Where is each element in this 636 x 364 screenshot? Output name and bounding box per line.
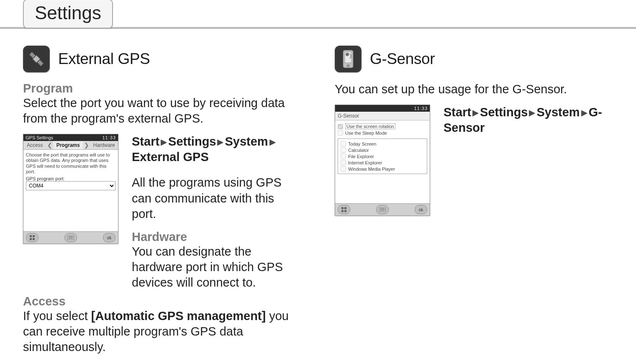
hardware-description: You can designate the hardware port in w… xyxy=(132,244,301,290)
svg-rect-11 xyxy=(67,236,74,240)
checkbox-app xyxy=(341,141,346,146)
triangle-right-icon: ▶ xyxy=(528,108,536,118)
check-row: Windows Media Player xyxy=(341,166,424,172)
device-titlebar: 11:33 xyxy=(335,105,430,112)
page-tab-label: Settings xyxy=(35,3,101,23)
content-columns: External GPS Program Select the port you… xyxy=(23,46,613,355)
check-row: Use the screen rotation xyxy=(338,123,427,130)
check-row: Today Screen xyxy=(341,141,424,147)
svg-rect-1 xyxy=(30,52,35,58)
path-seg: Settings xyxy=(480,105,528,119)
checkbox-sleep-mode xyxy=(338,130,343,136)
gps-right-text: Start▶Settings▶System▶External GPS All t… xyxy=(132,134,301,290)
svg-rect-22 xyxy=(379,208,386,212)
svg-point-16 xyxy=(347,64,349,67)
chevron-right-icon: ❯ xyxy=(83,142,90,149)
path-seg: System xyxy=(536,105,580,119)
svg-point-17 xyxy=(346,53,349,56)
triangle-right-icon: ▶ xyxy=(268,137,277,148)
svg-rect-20 xyxy=(341,210,344,212)
path-seg: Settings xyxy=(168,135,216,148)
checkbox-app xyxy=(341,154,346,159)
section-header-g-sensor: G-Sensor xyxy=(335,46,613,72)
check-label: File Explorer xyxy=(348,154,374,159)
device-screenshot-gps: GPS Settings 11:33 Access ❮ Programs ❯ H… xyxy=(23,134,118,244)
check-row: File Explorer xyxy=(341,153,424,159)
program-description: Select the port you want to use by recei… xyxy=(23,95,301,126)
device-field-label: GPS program port: xyxy=(26,176,115,181)
triangle-right-icon: ▶ xyxy=(580,108,589,118)
triangle-right-icon: ▶ xyxy=(216,137,225,148)
path-seg: Start xyxy=(444,105,471,119)
device-screen-title: G-Sensor xyxy=(335,112,430,120)
checkbox-screen-rotation xyxy=(338,124,343,129)
subheading-program: Program xyxy=(23,82,301,95)
page-tab: Settings xyxy=(23,0,113,28)
left-column: External GPS Program Select the port you… xyxy=(23,46,301,355)
app-groupbox: Today Screen Calculator File Explorer In… xyxy=(338,138,427,174)
nav-path-g-sensor: Start▶Settings▶System▶G-Sensor xyxy=(444,105,613,136)
access-description: If you select [Automatic GPS management]… xyxy=(23,308,301,355)
checkbox-app xyxy=(341,160,346,165)
device-tabs: Access ❮ Programs ❯ Hardware xyxy=(23,141,118,150)
device-tab-programs: Programs xyxy=(53,141,83,149)
chevron-left-icon: ❮ xyxy=(46,142,53,149)
check-row: Calculator xyxy=(341,147,424,153)
svg-rect-7 xyxy=(30,235,32,237)
keyboard-icon xyxy=(376,205,389,214)
gsensor-intro: You can set up the usage for the G-Senso… xyxy=(335,82,613,97)
checkbox-app xyxy=(341,166,346,172)
start-icon xyxy=(338,205,350,214)
subheading-access: Access xyxy=(23,295,301,308)
check-label: Calculator xyxy=(348,148,369,153)
svg-rect-9 xyxy=(30,238,32,240)
right-column: G-Sensor You can set up the usage for th… xyxy=(335,46,613,355)
satellite-icon xyxy=(23,46,50,72)
path-seg: System xyxy=(225,135,268,148)
check-label: Today Screen xyxy=(348,141,376,146)
media-row-gsensor: 11:33 G-Sensor Use the screen rotation U… xyxy=(335,105,613,216)
check-label: Windows Media Player xyxy=(348,167,395,172)
check-row: Internet Explorer xyxy=(341,159,424,166)
svg-rect-8 xyxy=(33,235,35,237)
access-bold: [Automatic GPS management] xyxy=(91,309,266,323)
triangle-right-icon: ▶ xyxy=(159,137,168,148)
media-row-gps: GPS Settings 11:33 Access ❮ Programs ❯ H… xyxy=(23,134,301,290)
device-tab-hardware: Hardware xyxy=(90,141,118,149)
g-sensor-icon xyxy=(335,46,362,72)
device-status-clock: 11:33 xyxy=(102,135,116,140)
svg-rect-19 xyxy=(344,207,346,209)
device-softbar: ok xyxy=(335,203,430,215)
triangle-right-icon: ▶ xyxy=(471,108,480,118)
keyboard-icon xyxy=(64,233,77,242)
check-row: Use the Sleep Mode xyxy=(338,130,427,136)
check-label: Use the screen rotation xyxy=(345,123,395,129)
device-paragraph: Choose the port that programs will use t… xyxy=(26,152,115,174)
device-body: Use the screen rotation Use the Sleep Mo… xyxy=(335,120,430,203)
device-title: GPS Settings xyxy=(26,135,53,140)
svg-rect-2 xyxy=(38,60,43,66)
device-status-clock: 11:33 xyxy=(414,106,428,111)
check-label: Internet Explorer xyxy=(348,160,382,165)
manual-page: Settings xyxy=(0,0,636,364)
ok-button: ok xyxy=(103,233,115,242)
section-title: G-Sensor xyxy=(370,50,435,68)
svg-rect-21 xyxy=(344,210,346,212)
subheading-hardware: Hardware xyxy=(132,230,301,244)
nav-path-external-gps: Start▶Settings▶System▶External GPS xyxy=(132,134,301,165)
svg-rect-18 xyxy=(341,207,344,209)
checkbox-app xyxy=(341,147,346,153)
path-seg: Start xyxy=(132,135,159,148)
device-tab-access: Access xyxy=(23,141,46,149)
device-body: Choose the port that programs will use t… xyxy=(23,150,118,231)
device-titlebar: GPS Settings 11:33 xyxy=(23,134,118,141)
section-header-external-gps: External GPS xyxy=(23,46,301,72)
device-softbar: ok xyxy=(23,231,118,244)
access-lead: If you select xyxy=(23,309,91,323)
device-port-select: COM4 xyxy=(26,181,115,190)
path-seg: External GPS xyxy=(132,150,209,164)
section-title: External GPS xyxy=(58,50,150,68)
ok-button: ok xyxy=(415,205,427,214)
check-label: Use the Sleep Mode xyxy=(345,131,387,136)
gsensor-right-text: Start▶Settings▶System▶G-Sensor xyxy=(444,105,613,136)
